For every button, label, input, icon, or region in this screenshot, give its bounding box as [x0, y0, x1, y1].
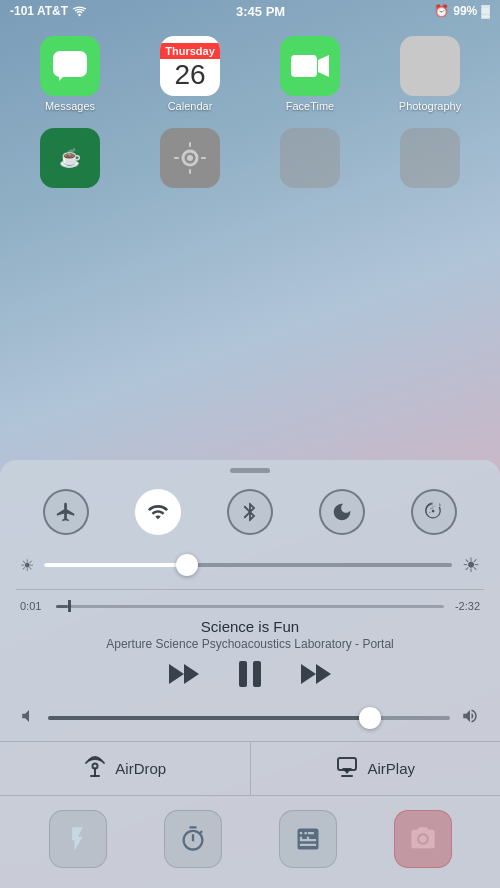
- svg-rect-11: [189, 169, 191, 174]
- starbucks-icon: ☕: [40, 128, 100, 188]
- svg-marker-20: [316, 664, 331, 684]
- status-time: 3:45 PM: [236, 4, 285, 19]
- camera-button[interactable]: [394, 810, 452, 868]
- airplay-button[interactable]: AirPlay: [250, 742, 501, 795]
- brightness-thumb[interactable]: [176, 554, 198, 576]
- music-artist: Aperture Science Psychoacoustics Laborat…: [20, 637, 480, 651]
- rotation-lock-icon: [423, 501, 445, 523]
- status-left: -101 AT&T: [10, 4, 87, 18]
- starbucks-logo: ☕: [52, 140, 88, 176]
- svg-marker-16: [184, 664, 199, 684]
- flashlight-button[interactable]: [49, 810, 107, 868]
- bluetooth-icon: [239, 501, 261, 523]
- cc-handle[interactable]: [0, 460, 500, 479]
- app-settings[interactable]: [130, 122, 250, 194]
- app-grid-row2: ☕: [0, 122, 500, 198]
- volume-track[interactable]: [48, 716, 450, 720]
- settings-gear-icon: [172, 140, 208, 176]
- brightness-track[interactable]: [44, 563, 452, 567]
- calculator-icon: [294, 825, 322, 853]
- calendar-day-name: Thursday: [160, 43, 220, 59]
- music-title: Science is Fun: [20, 618, 480, 635]
- brightness-fill: [44, 563, 187, 567]
- messages-icon: [40, 36, 100, 96]
- svg-rect-3: [291, 55, 317, 77]
- airdrop-button[interactable]: AirDrop: [0, 742, 250, 795]
- svg-point-14: [432, 510, 435, 513]
- volume-min-icon: [20, 707, 38, 729]
- app-grid-row1: Messages Thursday 26 Calendar FaceTime P…: [0, 22, 500, 122]
- carrier-label: -101 AT&T: [10, 4, 68, 18]
- control-center: ☀ ☀ 0:01 -2:32 Science is Fun Aperture S…: [0, 460, 500, 888]
- battery-icon: ▓: [481, 4, 490, 18]
- music-controls: [20, 661, 480, 687]
- svg-marker-19: [301, 664, 316, 684]
- volume-fill: [48, 716, 370, 720]
- app-facetime[interactable]: FaceTime: [250, 30, 370, 118]
- facetime-label: FaceTime: [286, 100, 335, 112]
- rewind-icon: [169, 662, 199, 686]
- rotation-toggle[interactable]: [411, 489, 457, 535]
- pause-icon: [239, 661, 261, 687]
- svg-point-9: [187, 155, 193, 161]
- svg-point-0: [78, 14, 80, 16]
- pause-button[interactable]: [239, 661, 261, 687]
- wifi-icon: [72, 5, 87, 17]
- forward-icon: [301, 662, 331, 686]
- messages-label: Messages: [45, 100, 95, 112]
- timer-button[interactable]: [164, 810, 222, 868]
- calendar-label: Calendar: [168, 100, 213, 112]
- app-gray1[interactable]: [250, 122, 370, 194]
- handle-bar: [230, 468, 270, 473]
- app-starbucks[interactable]: ☕: [10, 122, 130, 194]
- brightness-min-icon: ☀: [20, 556, 34, 575]
- status-right: ⏰ 99% ▓: [434, 4, 490, 18]
- svg-rect-10: [189, 142, 191, 147]
- app-calendar[interactable]: Thursday 26 Calendar: [130, 30, 250, 118]
- calculator-button[interactable]: [279, 810, 337, 868]
- brightness-max-icon: ☀: [462, 553, 480, 577]
- photography-icon: [400, 36, 460, 96]
- music-progress-row: 0:01 -2:32: [20, 600, 480, 612]
- svg-rect-18: [253, 661, 261, 687]
- airplay-label: AirPlay: [367, 760, 415, 777]
- app-gray2[interactable]: [370, 122, 490, 194]
- progress-track[interactable]: [56, 605, 444, 608]
- volume-max-icon: [460, 707, 480, 729]
- photography-label: Photography: [399, 100, 461, 112]
- quick-tools: [0, 796, 500, 888]
- music-total-time: -2:32: [452, 600, 480, 612]
- facetime-camera-icon: [290, 52, 330, 80]
- progress-thumb[interactable]: [68, 600, 71, 612]
- app-messages[interactable]: Messages: [10, 30, 130, 118]
- music-player: 0:01 -2:32 Science is Fun Aperture Scien…: [0, 590, 500, 707]
- airdrop-icon: [83, 754, 107, 783]
- forward-button[interactable]: [301, 662, 331, 686]
- flashlight-icon: [64, 825, 92, 853]
- svg-marker-4: [318, 55, 329, 77]
- settings-icon: [160, 128, 220, 188]
- donotdisturb-toggle[interactable]: [319, 489, 365, 535]
- airplay-icon: [335, 754, 359, 783]
- status-bar: -101 AT&T 3:45 PM ⏰ 99% ▓: [0, 0, 500, 22]
- volume-thumb[interactable]: [359, 707, 381, 729]
- wifi-toggle[interactable]: [135, 489, 181, 535]
- airplane-icon: [55, 501, 77, 523]
- svg-rect-17: [239, 661, 247, 687]
- airplane-toggle[interactable]: [43, 489, 89, 535]
- svg-text:☕: ☕: [59, 147, 82, 169]
- bluetooth-toggle[interactable]: [227, 489, 273, 535]
- app-gray2-icon: [400, 128, 460, 188]
- volume-slider-row: [0, 707, 500, 741]
- airdrop-label: AirDrop: [115, 760, 166, 777]
- rewind-button[interactable]: [169, 662, 199, 686]
- progress-fill: [56, 605, 68, 608]
- facetime-icon: [280, 36, 340, 96]
- wifi-toggle-icon: [147, 501, 169, 523]
- app-photography[interactable]: Photography: [370, 30, 490, 118]
- messages-bubble-icon: [51, 49, 89, 83]
- calendar-icon: Thursday 26: [160, 36, 220, 96]
- calendar-day-num: 26: [174, 59, 205, 89]
- svg-marker-15: [169, 664, 184, 684]
- battery-label: 99%: [453, 4, 477, 18]
